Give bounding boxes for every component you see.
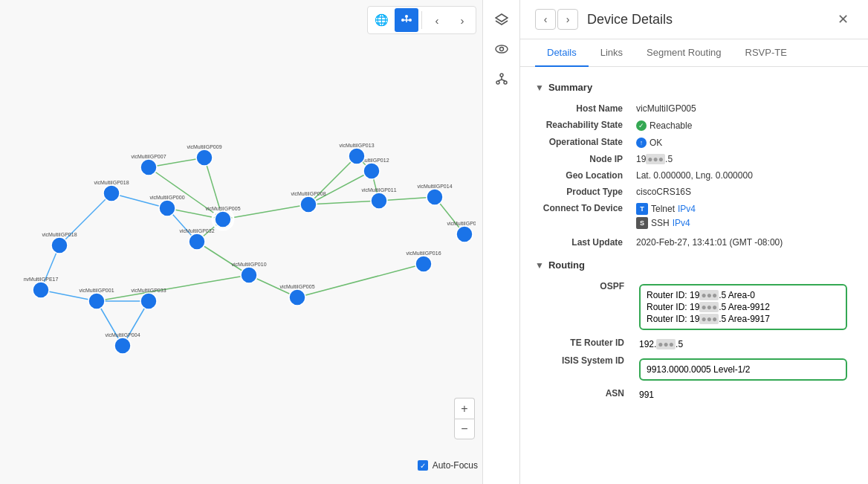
telnet-ipv4-link[interactable]: IPv4 <box>678 204 696 214</box>
ssh-ipv4-link[interactable]: IPv4 <box>673 218 690 228</box>
panel-header: ‹ › Device Details ✕ <box>520 0 868 39</box>
layers-icon[interactable] <box>488 6 515 33</box>
svg-text:vicMultiIGP009: vicMultiIGP009 <box>187 144 221 149</box>
summary-section-header[interactable]: ▼ Summary <box>535 82 853 93</box>
node-vicMultiIGP010[interactable]: vicMultiIGP010 <box>231 262 266 283</box>
reachability-icon: ✓ <box>636 120 647 131</box>
map-panel: vicMultiIGP007 vicMultiIGP009 vicMultiIG… <box>0 0 520 484</box>
node-vicMultiIGP008[interactable]: vicMultiIGP008 <box>291 191 326 213</box>
last-update-value: 2020-Feb-27, 13:41:01 (GMT -08:00) <box>632 234 853 251</box>
eye-icon[interactable] <box>488 36 515 62</box>
svg-point-25 <box>140 159 157 175</box>
svg-point-68 <box>409 19 412 22</box>
svg-line-15 <box>308 156 357 204</box>
zoom-out-btn[interactable]: − <box>454 419 475 439</box>
svg-text:vicMultiIGP007: vicMultiIGP007 <box>131 154 166 159</box>
telnet-label: Telnet <box>651 204 675 214</box>
routing-section-header[interactable]: ▼ Routing <box>535 259 853 271</box>
map-toolbar <box>482 0 519 484</box>
node-nvMultiIGPE17[interactable]: nvMultiIGPE17 <box>24 277 59 298</box>
ospf-value: Router ID: 19●●●.5 Area-0 Router ID: 19●… <box>635 280 852 335</box>
svg-point-75 <box>504 81 507 84</box>
node-vicMultiIGP009[interactable]: vicMultiIGP009 <box>187 144 221 166</box>
nav-next-btn[interactable]: › <box>557 9 578 30</box>
node-ip-value: 19●●●.5 <box>632 151 853 167</box>
zoom-in-btn[interactable]: + <box>454 398 475 419</box>
ospf-label: OSPF <box>537 280 633 335</box>
ospf-1-blurred: ●●● <box>699 302 719 312</box>
routing-label: Routing <box>548 259 585 271</box>
auto-focus-checkbox[interactable]: ✓ <box>418 460 428 471</box>
routing-chevron: ▼ <box>535 260 544 271</box>
tab-rsvp-te[interactable]: RSVP-TE <box>733 39 799 67</box>
host-name-value: vicMultiIGP005 <box>632 100 853 117</box>
ospf-2-blurred: ●●● <box>699 314 719 324</box>
svg-text:vicMultiIGP032: vicMultiIGP032 <box>179 228 214 233</box>
svg-point-72 <box>499 48 503 51</box>
nav-prev-btn[interactable]: ‹ <box>535 9 556 30</box>
svg-point-40 <box>371 193 387 209</box>
svg-point-27 <box>196 149 213 166</box>
ssh-icon: S <box>636 217 648 229</box>
tab-details[interactable]: Details <box>535 39 589 67</box>
svg-point-36 <box>300 196 317 213</box>
tabs-bar: Details Links Segment Routing RSVP-TE <box>520 39 868 67</box>
summary-chevron: ▼ <box>535 83 544 93</box>
node-vicMultiIGP015[interactable]: vicMultiIGP015 <box>447 221 476 242</box>
tab-segment-routing[interactable]: Segment Routing <box>635 39 733 67</box>
svg-line-14 <box>97 275 249 301</box>
node-vicMultiIGP014[interactable]: vicMultiIGP014 <box>417 184 452 205</box>
operational-icon: ↑ <box>636 138 647 148</box>
globe-view-btn[interactable]: 🌐 <box>369 8 393 32</box>
svg-point-73 <box>500 74 503 77</box>
next-btn[interactable]: › <box>450 8 474 32</box>
topology-view-btn[interactable] <box>395 8 418 32</box>
hierarchy-icon[interactable] <box>488 65 515 92</box>
asn-label: ASN <box>537 387 633 403</box>
node-vicMultiIGP032[interactable]: vicMultiIGP032 <box>179 228 214 250</box>
node-vicMultiIGP033[interactable]: vicMultiIGP033 <box>131 288 166 309</box>
node-vicMultiIGP016[interactable]: vicMultiIGP016 <box>406 251 441 272</box>
ospf-box: Router ID: 19●●●.5 Area-0 Router ID: 19●… <box>639 284 847 330</box>
nav-arrows: ‹ › <box>535 9 578 30</box>
svg-point-67 <box>405 15 408 18</box>
node-vicMultiIGP004[interactable]: vicMultiIGP004 <box>105 332 140 354</box>
svg-point-44 <box>456 226 473 242</box>
map-zoom-controls: + − <box>454 398 475 439</box>
connect-label: Connect To Device <box>535 200 632 234</box>
svg-point-42 <box>427 189 443 205</box>
last-update-label: Last Update <box>535 234 632 251</box>
node-vicMultiIGP018[interactable]: vicMultiIGP018 <box>94 180 129 201</box>
node-vicMultiIGP000[interactable]: vicMultiIGP000 <box>149 195 184 216</box>
svg-point-56 <box>33 282 49 298</box>
tab-links[interactable]: Links <box>589 39 635 67</box>
operational-text: OK <box>650 138 662 148</box>
operational-label: Operational State <box>535 134 632 151</box>
node-vicMultiIGP005-selected[interactable]: vicMultiIGP005 <box>205 206 240 230</box>
isis-value: 9913.0000.0005 Level-1/2 <box>635 354 852 385</box>
svg-line-13 <box>297 264 424 297</box>
node-vicMultiIGP011[interactable]: vicMultiIGP011 <box>361 187 396 209</box>
svg-point-71 <box>496 45 508 53</box>
node-vicMultiIGP005b[interactable]: vicMultiIGP005 <box>279 284 314 306</box>
svg-line-77 <box>498 80 502 81</box>
node-vicMultiIGP018b[interactable]: vicMultiIGP018 <box>42 232 77 254</box>
close-panel-btn[interactable]: ✕ <box>832 9 853 30</box>
product-value: ciscoCRS16S <box>632 184 853 200</box>
product-label: Product Type <box>535 184 632 200</box>
te-router-blurred: ●●● <box>656 339 676 349</box>
svg-text:vicMultiIGP033: vicMultiIGP033 <box>131 288 166 293</box>
svg-line-18 <box>59 193 111 245</box>
telnet-icon: T <box>636 203 648 215</box>
auto-focus-control[interactable]: ✓ Auto-Focus <box>418 460 478 471</box>
node-ip-blurred: ●●● <box>646 154 665 164</box>
svg-text:vicMultiIGP008: vicMultiIGP008 <box>291 191 326 196</box>
svg-text:vicMultiIGP015: vicMultiIGP015 <box>447 221 476 226</box>
geo-label: Geo Location <box>535 167 632 184</box>
svg-point-60 <box>140 293 157 309</box>
summary-table: Host Name vicMultiIGP005 Reachability St… <box>535 100 853 251</box>
svg-point-29 <box>103 185 120 201</box>
prev-btn[interactable]: ‹ <box>425 8 449 32</box>
svg-point-54 <box>415 256 432 272</box>
te-router-value: 192.●●●.5 <box>635 336 852 352</box>
